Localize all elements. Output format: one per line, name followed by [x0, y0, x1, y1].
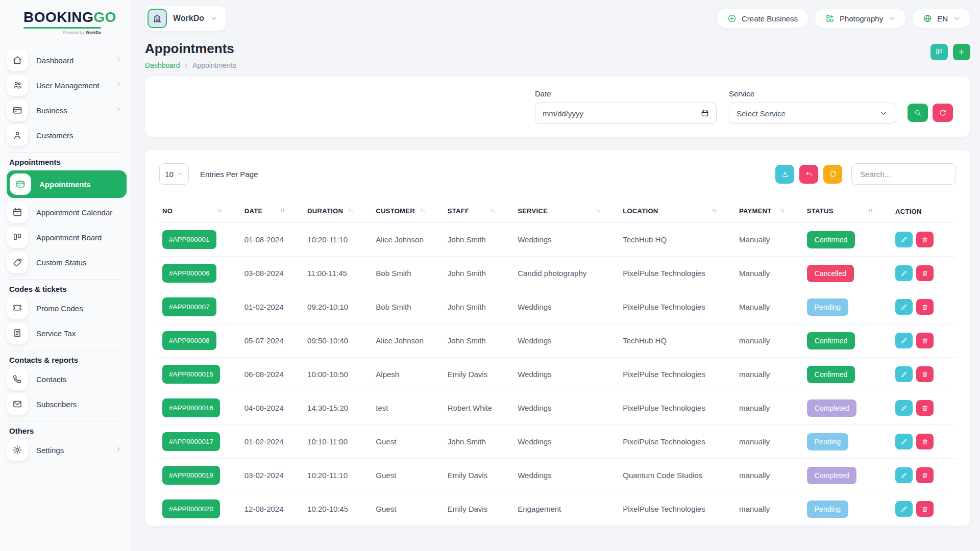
- cell-status: Pending: [804, 290, 892, 324]
- delete-button[interactable]: [916, 333, 934, 348]
- trash-icon: [921, 472, 928, 479]
- add-appointment-button[interactable]: [953, 44, 970, 60]
- delete-button[interactable]: [916, 299, 934, 315]
- business-selector[interactable]: Photography: [815, 9, 905, 28]
- service-filter-select[interactable]: Select Service: [729, 103, 895, 124]
- cell-action: [892, 492, 956, 526]
- sort-icon: [420, 207, 426, 215]
- cell-action: [892, 223, 956, 257]
- status-badge: Pending: [807, 433, 848, 450]
- reload-button[interactable]: [823, 165, 842, 184]
- cell-action: [892, 324, 956, 358]
- column-header-staff[interactable]: STAFF: [445, 200, 514, 223]
- column-header-no[interactable]: NO: [159, 200, 241, 223]
- column-header-service[interactable]: SERVICE: [514, 200, 620, 223]
- filter-reset-button[interactable]: [933, 104, 953, 122]
- edit-button[interactable]: [895, 501, 913, 517]
- cell-duration: 10:00-10:50: [304, 358, 373, 391]
- sidebar-item-label: Appointment Board: [36, 233, 121, 242]
- language-selector[interactable]: EN: [913, 9, 970, 28]
- appointment-no-badge: #APP0000016: [162, 398, 220, 417]
- cell-action: [892, 459, 956, 492]
- download-icon: [781, 170, 789, 178]
- delete-button[interactable]: [916, 366, 934, 382]
- edit-button[interactable]: [895, 265, 913, 281]
- workspace-label: WorkDo: [173, 14, 204, 23]
- sidebar-item-appointment-board[interactable]: Appointment Board: [7, 227, 126, 248]
- edit-button[interactable]: [895, 434, 913, 449]
- powered-by-prefix: Powered by: [63, 30, 84, 35]
- chevron-down-icon: [953, 15, 960, 22]
- status-badge: Pending: [807, 298, 848, 316]
- sidebar-item-label: Subscribers: [36, 400, 121, 409]
- column-header-payment[interactable]: PAYMENT: [736, 200, 804, 223]
- trash-icon: [921, 270, 928, 277]
- cell-staff: John Smith: [445, 290, 514, 324]
- cell-service: Engagement: [514, 492, 620, 526]
- globe-icon: [923, 14, 932, 23]
- sidebar-section-heading: Others: [9, 427, 131, 435]
- sidebar-item-appointments[interactable]: Appointments: [7, 170, 127, 198]
- delete-button[interactable]: [916, 232, 934, 247]
- date-filter-input[interactable]: mm/dd/yyyy: [535, 103, 717, 124]
- sort-icon: [489, 207, 496, 215]
- edit-button[interactable]: [895, 232, 913, 247]
- cell-status: Completed: [804, 459, 892, 492]
- delete-button[interactable]: [916, 400, 934, 416]
- entries-per-page-select[interactable]: 10: [159, 163, 189, 185]
- status-badge: Completed: [807, 467, 857, 484]
- column-header-location[interactable]: LOCATION: [620, 200, 736, 223]
- table-row: #APP000002012-08-202410:20-10:45GuestEmi…: [159, 492, 956, 526]
- workspace-selector[interactable]: WorkDo: [145, 6, 226, 31]
- sidebar-item-customers[interactable]: Customers: [7, 124, 126, 146]
- sidebar-item-appointment-calendar[interactable]: Appointment Calendar: [7, 202, 126, 223]
- edit-button[interactable]: [895, 467, 913, 483]
- delete-button[interactable]: [916, 265, 934, 281]
- create-business-button[interactable]: Create Business: [717, 9, 808, 28]
- column-header-customer[interactable]: CUSTOMER: [373, 200, 444, 223]
- delete-button[interactable]: [916, 501, 934, 517]
- edit-button[interactable]: [895, 400, 913, 416]
- cell-date: 05-07-2024: [241, 324, 304, 358]
- filter-search-button[interactable]: [908, 104, 928, 122]
- column-header-status[interactable]: STATUS: [804, 200, 892, 223]
- sidebar-item-service-tax[interactable]: Service Tax: [7, 322, 126, 344]
- sidebar-item-subscribers[interactable]: Subscribers: [7, 393, 126, 415]
- delete-button[interactable]: [916, 434, 934, 449]
- appointment-no-badge: #APP000008: [162, 331, 216, 350]
- back-button[interactable]: [799, 165, 818, 184]
- sidebar-item-settings[interactable]: Settings: [7, 439, 126, 461]
- edit-button[interactable]: [895, 366, 913, 382]
- sidebar-item-promo-codes[interactable]: Promo Codes: [7, 297, 126, 319]
- breadcrumb-dashboard-link[interactable]: Dashboard: [145, 61, 180, 69]
- sidebar-item-business[interactable]: Business: [7, 99, 126, 121]
- appointment-no-badge: #APP0000015: [162, 365, 220, 384]
- cell-service: Candid photography: [514, 257, 620, 290]
- create-business-label: Create Business: [742, 14, 798, 23]
- cell-duration: 10:20-10:45: [304, 492, 373, 526]
- gear-icon: [7, 439, 28, 461]
- board-view-button[interactable]: [930, 44, 948, 60]
- trash-icon: [921, 506, 928, 513]
- delete-button[interactable]: [916, 467, 934, 483]
- sidebar-item-dashboard[interactable]: Dashboard: [7, 49, 126, 71]
- sidebar-item-custom-status[interactable]: Custom Status: [7, 252, 126, 273]
- cell-action: [892, 257, 956, 290]
- sidebar-item-contacts[interactable]: Contacts: [7, 368, 126, 390]
- cell-customer: Guest: [373, 459, 444, 492]
- cell-staff: John Smith: [445, 425, 514, 459]
- column-header-date[interactable]: DATE: [241, 200, 304, 223]
- brand-logo[interactable]: BOOKINGGO Powered by WorkDo: [0, 9, 131, 35]
- sidebar-item-user-management[interactable]: User Management: [7, 74, 126, 96]
- appointment-card-icon: [10, 173, 31, 195]
- export-button[interactable]: [775, 165, 794, 184]
- edit-button[interactable]: [895, 299, 913, 315]
- pencil-icon: [900, 371, 908, 378]
- appointment-no-badge: #APP0000019: [162, 466, 220, 485]
- sidebar-item-label: User Management: [36, 81, 107, 90]
- table-search-input[interactable]: [851, 163, 956, 185]
- column-header-duration[interactable]: DURATION: [304, 200, 373, 223]
- tag-icon: [7, 252, 28, 273]
- edit-button[interactable]: [895, 333, 913, 348]
- row-actions: [895, 400, 952, 416]
